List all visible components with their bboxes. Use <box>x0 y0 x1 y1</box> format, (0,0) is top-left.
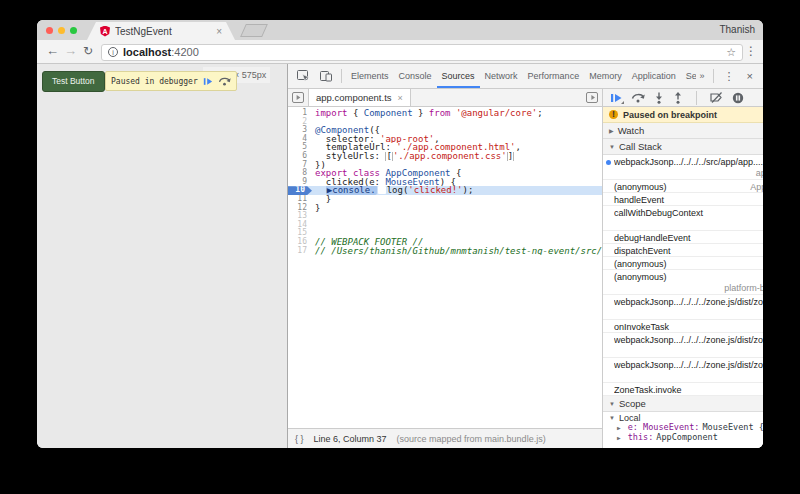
tab-overflow-icon[interactable] <box>582 89 602 106</box>
line-number[interactable]: 8 <box>288 169 312 178</box>
deactivate-breakpoints-icon[interactable] <box>710 92 723 103</box>
call-stack-frame[interactable]: (anonymous)AppComponent.html:1 <box>603 180 763 193</box>
code-text: } <box>312 204 602 213</box>
scope-variable-row[interactable]: ▶ e: MouseEvent:MouseEvent {isTrusted: t… <box>603 423 763 433</box>
devtools-panel: ElementsConsoleSourcesNetworkPerformance… <box>287 64 763 448</box>
file-tab-app-component-ts[interactable]: app.component.ts × <box>308 89 411 106</box>
devtools-menu-icon[interactable]: ⋮ <box>718 70 741 83</box>
devtools-tab-performance[interactable]: Performance <box>523 64 585 88</box>
variable-name: e: MouseEvent: <box>623 423 700 432</box>
page-viewport: Test Button 383px × 575px Paused in debu… <box>37 64 287 448</box>
chevron-down-icon: ▼ <box>609 144 615 150</box>
pretty-print-icon[interactable]: { } <box>295 434 304 444</box>
browser-tab[interactable]: A TestNgEvent × <box>87 22 235 40</box>
call-stack-frame[interactable]: webpackJsonp.../../../../zone.js/dist/zo… <box>603 358 763 383</box>
line-number[interactable]: 6 <box>288 152 312 161</box>
omnibox[interactable]: i localhost :4200 ☆ <box>101 44 743 61</box>
close-window-button[interactable] <box>46 27 53 34</box>
zoom-window-button[interactable] <box>70 27 77 34</box>
code-text: } <box>312 195 602 204</box>
browser-window: A TestNgEvent × Thanish ← → ↻ i localhos… <box>37 20 763 448</box>
devtools-tab-elements[interactable]: Elements <box>346 64 394 88</box>
call-stack-frame[interactable]: (anonymous)platform-browser.es5.js:2668 <box>603 270 763 295</box>
paused-banner-text: Paused in debugger <box>111 77 198 86</box>
reload-icon[interactable]: ↻ <box>83 44 93 58</box>
call-stack-frame[interactable]: dispatchEventcore.es5.js:8659 <box>603 244 763 257</box>
devtools-tab-security[interactable]: Security <box>681 64 696 88</box>
code-text: import { Component } from '@angular/core… <box>312 109 602 118</box>
banner-step-over-icon[interactable] <box>218 76 231 86</box>
watch-label: Watch <box>618 125 645 136</box>
execution-line-number[interactable]: 10 <box>288 186 312 195</box>
line-number[interactable]: 5 <box>288 143 312 152</box>
paused-on-breakpoint-banner: ! Paused on breakpoint <box>603 107 763 123</box>
profile-name[interactable]: Thanish <box>719 24 755 35</box>
device-toolbar-icon[interactable] <box>315 70 337 82</box>
browser-menu-icon[interactable]: ⋮ <box>745 44 757 58</box>
tab-close-icon[interactable]: × <box>216 26 222 37</box>
inspect-element-icon[interactable] <box>292 70 315 82</box>
call-stack-frame[interactable]: callWithDebugContextcore.es5.js:13506 <box>603 206 763 231</box>
step-over-icon[interactable] <box>631 92 645 103</box>
call-stack-frame[interactable]: webpackJsonp.../../../../zone.js/dist/zo… <box>603 333 763 358</box>
scope-variable-row[interactable]: ▶ this:AppComponent <box>603 433 763 443</box>
controls-divider <box>696 91 697 105</box>
minimize-window-button[interactable] <box>58 27 65 34</box>
watch-section-header[interactable]: ▶ Watch <box>603 123 763 139</box>
line-number[interactable]: 17 <box>288 247 312 256</box>
bookmark-star-icon[interactable]: ☆ <box>726 46 736 59</box>
devtools-close-icon[interactable]: × <box>741 70 759 82</box>
file-tab-label: app.component.ts <box>316 92 392 103</box>
code-line-2: 2 <box>288 118 602 127</box>
show-navigator-icon[interactable] <box>288 89 308 106</box>
call-stack-frame[interactable]: webpackJsonp.../../../../src/app/app....… <box>603 155 763 180</box>
step-out-icon[interactable] <box>673 92 683 104</box>
file-tab-close-icon[interactable]: × <box>398 93 403 103</box>
devtools-tab-memory[interactable]: Memory <box>584 64 627 88</box>
call-stack-label: Call Stack <box>619 141 662 152</box>
banner-resume-icon[interactable] <box>203 77 213 86</box>
scope-section-header[interactable]: ▼ Scope <box>603 396 763 412</box>
variable-name: this: <box>623 433 654 442</box>
call-stack-frame[interactable]: onInvokeTaskcore.es5.js:3924 <box>603 320 763 333</box>
line-number[interactable]: 3 <box>288 126 312 135</box>
call-stack-frame[interactable]: handleEventcore.es5.js:12047 <box>603 193 763 206</box>
line-number[interactable]: 9 <box>288 178 312 187</box>
new-tab-button[interactable] <box>240 24 268 37</box>
frame-location: platform-browser.es5.js:2668 <box>724 283 763 294</box>
frame-function: webpackJsonp.../../../../zone.js/dist/zo… <box>614 360 763 371</box>
step-into-icon[interactable] <box>654 92 664 104</box>
resume-script-icon[interactable] <box>610 93 622 103</box>
line-number[interactable]: 1 <box>288 109 312 118</box>
call-stack-frame[interactable]: ZoneTask.invokezone.js:486 <box>603 383 763 396</box>
more-tabs-icon[interactable]: » <box>696 71 709 81</box>
back-icon[interactable]: ← <box>46 43 59 58</box>
site-info-icon[interactable]: i <box>108 47 118 57</box>
call-stack-frame[interactable]: debugHandleEventcore.es5.js:13094 <box>603 231 763 244</box>
pause-on-exceptions-icon[interactable] <box>732 92 744 104</box>
line-number[interactable]: 2 <box>288 118 312 127</box>
devtools-tab-application[interactable]: Application <box>627 64 681 88</box>
code-line-16: 16// WEBPACK FOOTER // <box>288 238 602 247</box>
call-stack-frame[interactable]: webpackJsonp.../../../../zone.js/dist/zo… <box>603 295 763 320</box>
call-stack-section-header[interactable]: ▼ Call Stack <box>603 139 763 155</box>
devtools-tab-bar-tabs: ElementsConsoleSourcesNetworkPerformance… <box>346 64 696 88</box>
devtools-tab-network[interactable]: Network <box>480 64 523 88</box>
code-text: // /Users/thanish/Github/mnmtanish/test-… <box>312 247 602 256</box>
call-stack-frame[interactable]: (anonymous)core.es5.js:9270 <box>603 257 763 270</box>
frame-function: onInvokeTask <box>614 322 763 333</box>
line-number[interactable]: 4 <box>288 135 312 144</box>
code-line-13: 13 <box>288 212 602 221</box>
debugger-controls <box>603 89 763 107</box>
code-line-6: 6 styleUrls: ['./app.component.css'] <box>288 152 602 161</box>
line-number[interactable]: 7 <box>288 161 312 170</box>
sources-status-bar: { } Line 6, Column 37 (source mapped fro… <box>288 428 602 448</box>
devtools-tab-console[interactable]: Console <box>394 64 437 88</box>
chevron-right-icon: ▶ <box>617 424 621 431</box>
scope-local-row[interactable]: ▼ Local <box>603 412 763 423</box>
devtools-tab-sources[interactable]: Sources <box>437 64 480 88</box>
frame-function: webpackJsonp.../../../../zone.js/dist/zo… <box>614 335 763 346</box>
test-button[interactable]: Test Button <box>42 71 105 92</box>
sourcemap-note: (source mapped from main.bundle.js) <box>397 434 546 444</box>
frame-function: (anonymous) <box>614 259 763 270</box>
